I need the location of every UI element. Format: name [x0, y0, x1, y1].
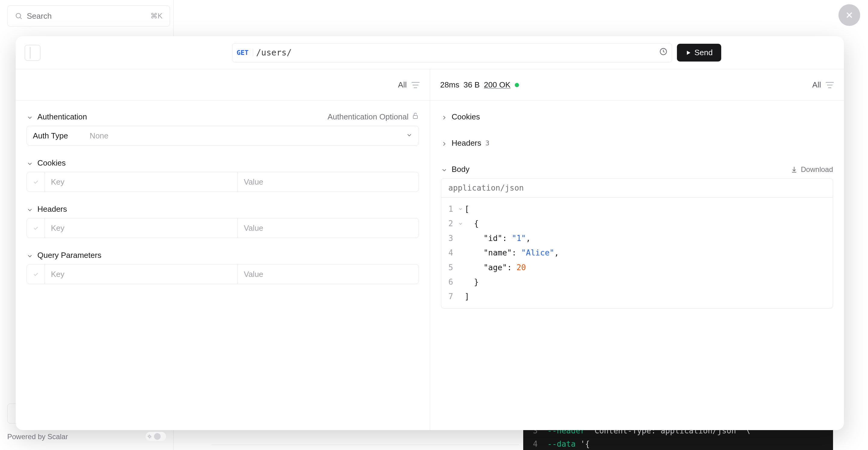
section-authentication: Authentication Authentication Optional A… — [27, 108, 419, 146]
search-icon — [15, 12, 23, 20]
section-header-headers[interactable]: Headers — [27, 200, 419, 218]
close-button[interactable] — [838, 4, 860, 26]
svg-point-0 — [16, 13, 21, 18]
section-cookies: Cookies — [27, 154, 419, 192]
response-headers-header[interactable]: Headers 3 — [441, 134, 833, 152]
query-value-input[interactable] — [238, 265, 418, 284]
cookie-key-input[interactable] — [45, 172, 238, 191]
code-line: 6 } — [441, 275, 833, 289]
header-value-input[interactable] — [238, 218, 418, 238]
code-line: 2 { — [441, 216, 833, 231]
code-line: 4 "name": "Alice", — [441, 245, 833, 260]
filter-label: All — [398, 80, 407, 90]
row-enable-toggle[interactable] — [27, 218, 45, 238]
cookies-title: Cookies — [37, 158, 66, 168]
response-body-title: Body — [452, 165, 470, 174]
chevron-down-icon — [441, 166, 447, 173]
url-path[interactable]: /users/ — [256, 48, 292, 58]
query-key-input[interactable] — [45, 265, 238, 284]
response-section-cookies: Cookies — [441, 108, 833, 126]
query-row — [27, 264, 419, 284]
close-icon — [844, 10, 854, 20]
chevron-down-icon — [27, 206, 33, 213]
auth-type-label: Auth Type — [33, 131, 68, 141]
request-pane-header: All — [16, 69, 430, 101]
response-section-headers: Headers 3 — [441, 134, 833, 152]
svg-marker-12 — [687, 51, 690, 55]
chevron-right-icon — [441, 114, 447, 120]
request-url-bar[interactable]: GET /users/ — [232, 43, 672, 62]
cookies-row — [27, 172, 419, 192]
section-header-cookies[interactable]: Cookies — [27, 154, 419, 172]
response-headers-count: 3 — [486, 139, 490, 147]
toggle-sidebar-button[interactable] — [25, 45, 40, 61]
response-content-type: application/json — [441, 178, 833, 198]
svg-point-2 — [149, 436, 150, 437]
chevron-right-icon — [441, 140, 447, 147]
header-key-input[interactable] — [45, 218, 238, 238]
svg-line-6 — [151, 438, 151, 438]
svg-rect-13 — [413, 116, 417, 119]
headers-title: Headers — [37, 205, 67, 214]
search-placeholder: Search — [27, 11, 52, 21]
response-pane-header: 28ms 36 B 200 OK All — [430, 69, 844, 101]
history-icon — [659, 47, 668, 56]
auth-note: Authentication Optional — [328, 112, 409, 122]
response-size: 36 B — [464, 80, 480, 90]
query-title: Query Parameters — [37, 251, 101, 260]
auth-type-value: None — [90, 131, 108, 141]
response-pane: 28ms 36 B 200 OK All Cookies — [430, 69, 844, 430]
theme-toggle[interactable] — [146, 432, 166, 441]
filter-label: All — [812, 80, 821, 90]
chevron-down-icon — [27, 114, 33, 120]
download-icon — [790, 166, 798, 173]
auth-title: Authentication — [37, 112, 87, 122]
section-header-query[interactable]: Query Parameters — [27, 246, 419, 264]
auth-type-select[interactable]: Auth Type None — [27, 126, 419, 146]
filter-icon — [412, 82, 420, 88]
response-cookies-title: Cookies — [452, 112, 480, 122]
response-headers-title: Headers — [452, 139, 481, 148]
theme-toggle-knob — [154, 433, 161, 440]
sun-icon — [147, 434, 152, 439]
response-cookies-header[interactable]: Cookies — [441, 108, 833, 126]
section-header-auth[interactable]: Authentication Authentication Optional — [27, 108, 419, 126]
api-client-modal: GET /users/ Send All — [16, 36, 844, 430]
search-shortcut: ⌘K — [150, 12, 162, 20]
download-button[interactable]: Download — [790, 165, 833, 174]
section-headers: Headers — [27, 200, 419, 238]
send-button[interactable]: Send — [677, 44, 721, 62]
cookie-value-input[interactable] — [238, 172, 418, 191]
response-body-code[interactable]: 1[2 {3 "id": "1",4 "name": "Alice",5 "ag… — [441, 198, 833, 308]
powered-by: Powered by Scalar — [7, 432, 68, 441]
play-icon — [685, 50, 691, 56]
svg-line-5 — [148, 435, 148, 435]
row-enable-toggle[interactable] — [27, 172, 45, 191]
code-line: 3 "id": "1", — [441, 231, 833, 245]
search-input[interactable]: Search ⌘K — [7, 5, 170, 27]
schema-param-row: age number required — [212, 445, 519, 450]
response-time: 28ms — [440, 80, 460, 90]
request-filter[interactable]: All — [398, 80, 420, 90]
status-ok-indicator — [515, 83, 519, 87]
response-section-body: Body Download application/json 1[2 {3 "i… — [441, 160, 833, 308]
history-button[interactable] — [659, 47, 668, 58]
http-method[interactable]: GET — [237, 49, 253, 56]
response-filter[interactable]: All — [812, 80, 834, 90]
response-status: 200 OK — [484, 80, 510, 90]
chevron-down-icon — [27, 160, 33, 167]
filter-icon — [826, 82, 834, 88]
download-label: Download — [801, 165, 833, 174]
send-label: Send — [694, 48, 713, 57]
row-enable-toggle[interactable] — [27, 265, 45, 284]
code-line: 1[ — [441, 202, 833, 216]
request-pane: All Authentication Authentication Option… — [16, 69, 430, 430]
section-query-params: Query Parameters — [27, 246, 419, 284]
lock-open-icon — [412, 112, 419, 122]
code-line: 7] — [441, 289, 833, 304]
modal-toolbar: GET /users/ Send — [16, 36, 844, 69]
response-body-header[interactable]: Body Download — [441, 160, 833, 178]
chevron-down-icon — [406, 131, 412, 141]
svg-line-1 — [20, 18, 22, 19]
code-line: 5 "age": 20 — [441, 260, 833, 275]
